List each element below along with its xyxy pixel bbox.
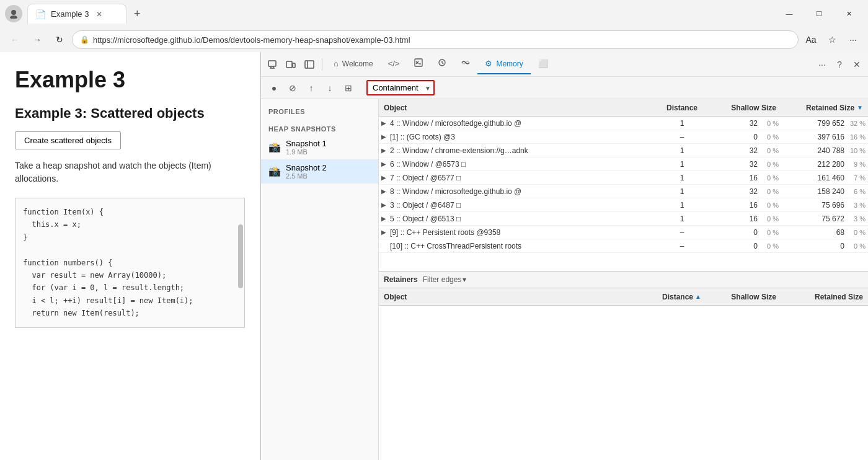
sidebar-toggle-button[interactable]	[301, 56, 318, 73]
table-row[interactable]: ▶ 6 :: Window / @6573 □ 1 32 0 % 212 280…	[379, 157, 868, 171]
row-expand-8[interactable]: ▶	[381, 229, 389, 236]
new-tab-button[interactable]: +	[129, 5, 146, 23]
table-row[interactable]: ▶ [1] :: (GC roots) @3 – 0 0 % 397 616 1…	[379, 130, 868, 144]
active-tab[interactable]: 📄 Example 3 ✕	[27, 4, 126, 24]
td-object-5: ▶ 8 :: Window / microsoftedge.github.io …	[379, 187, 657, 196]
forward-button[interactable]: →	[27, 30, 47, 50]
collect-garbage-button[interactable]: ⊞	[340, 80, 356, 96]
code-scrollbar[interactable]	[238, 224, 243, 289]
create-scattered-objects-button[interactable]: Create scattered objects	[15, 131, 121, 149]
row-expand-0[interactable]: ▶	[381, 120, 389, 126]
code-line-4	[23, 244, 237, 256]
code-line-5: function numbers() {	[23, 257, 237, 269]
snapshot-2-item[interactable]: 📸 Snapshot 2 2.5 MB	[261, 159, 378, 184]
th-distance[interactable]: Distance	[657, 104, 707, 112]
snapshot-2-label: Snapshot 2	[286, 163, 327, 172]
favorites-button[interactable]: ☆	[822, 30, 842, 50]
tab-browser[interactable]: ⬜	[531, 54, 556, 74]
th-retained-size[interactable]: Retained Size ▼	[781, 104, 868, 112]
close-devtools-button[interactable]: ✕	[848, 56, 866, 73]
row-expand-6[interactable]: ▶	[381, 201, 389, 208]
th-object[interactable]: Object	[379, 104, 657, 112]
table-row[interactable]: [10] :: C++ CrossThreadPersistent roots …	[379, 239, 868, 253]
obj-label-6: 3 :: Object / @6487 □	[390, 201, 461, 210]
row-expand-4[interactable]: ▶	[381, 174, 389, 181]
table-row[interactable]: ▶ 2 :: Window / chrome-extension://g…adn…	[379, 144, 868, 157]
tab-performance[interactable]	[430, 53, 454, 75]
save-button[interactable]: ↓	[322, 80, 338, 96]
table-row[interactable]: ▶ [9] :: C++ Persistent roots @9358 – 0 …	[379, 226, 868, 239]
row-expand-2[interactable]: ▶	[381, 147, 389, 154]
ret-th-object[interactable]: Object	[379, 293, 657, 301]
device-emulation-button[interactable]	[282, 56, 299, 73]
snapshot-1-item[interactable]: 📸 Snapshot 1 1.9 MB	[261, 135, 378, 159]
table-row[interactable]: ▶ 3 :: Object / @6487 □ 1 16 0 % 75 696 …	[379, 198, 868, 212]
maximize-button[interactable]: ☐	[805, 4, 833, 24]
navigation-bar: ← → ↻ 🔒 https://microsoftedge.github.io/…	[0, 27, 868, 52]
back-button[interactable]: ←	[5, 30, 25, 50]
help-button[interactable]: ?	[831, 56, 848, 73]
tab-welcome[interactable]: ⌂ Welcome	[326, 54, 381, 74]
svg-rect-8	[305, 61, 314, 68]
take-snapshot-button[interactable]: ●	[266, 80, 282, 96]
retained-num-7: 75 672	[822, 215, 844, 223]
table-row[interactable]: ▶ 4 :: Window / microsoftedge.github.io …	[379, 117, 868, 130]
page-title: Example 3	[15, 67, 245, 93]
snapshot-2-size: 2.5 MB	[286, 172, 327, 180]
retained-num-8: 68	[836, 228, 844, 237]
clear-profiles-button[interactable]: ⊘	[285, 80, 301, 96]
retained-pct-7: 3 %	[847, 215, 866, 223]
ret-th-distance[interactable]: Distance ▲	[657, 293, 707, 301]
table-row[interactable]: ▶ 7 :: Object / @6577 □ 1 16 0 % 161 460…	[379, 171, 868, 185]
more-button[interactable]: ···	[843, 30, 863, 50]
retained-pct-8: 0 %	[847, 229, 866, 236]
more-tabs-button[interactable]: ···	[813, 56, 831, 73]
inspect-element-button[interactable]	[264, 56, 281, 73]
sort-arrow-icon: ▼	[857, 104, 863, 111]
svg-point-0	[11, 10, 16, 15]
reload-button[interactable]: ↻	[50, 30, 69, 50]
shallow-num-2: 32	[750, 146, 758, 155]
load-button[interactable]: ↑	[303, 80, 319, 96]
view-selector[interactable]: Containment Summary Comparison Statistic…	[366, 80, 435, 95]
tab-memory[interactable]: ⚙ Memory	[477, 54, 530, 74]
shallow-pct-1: 0 %	[760, 133, 779, 141]
table-row[interactable]: ▶ 5 :: Object / @6513 □ 1 16 0 % 75 672 …	[379, 212, 868, 226]
tab-close-button[interactable]: ✕	[96, 10, 102, 19]
minimize-button[interactable]: —	[775, 4, 804, 24]
shallow-num-6: 16	[750, 201, 758, 210]
td-retained-1: 397 616 16 %	[781, 133, 868, 141]
ret-th-retained[interactable]: Retained Size	[781, 293, 868, 301]
nav-actions: Aa ☆ ···	[801, 30, 863, 50]
close-button[interactable]: ✕	[835, 4, 863, 24]
shallow-pct-8: 0 %	[760, 229, 779, 236]
row-expand-7[interactable]: ▶	[381, 215, 389, 222]
retained-num-5: 158 240	[818, 187, 844, 196]
tab-page-icon: 📄	[35, 9, 46, 19]
code-line-6: var result = new Array(10000);	[23, 269, 237, 281]
filter-edges-button[interactable]: Filter edges ▾	[423, 275, 467, 284]
td-object-1: ▶ [1] :: (GC roots) @3	[379, 133, 657, 141]
row-expand-5[interactable]: ▶	[381, 188, 389, 195]
profile-avatar[interactable]	[5, 5, 22, 22]
network-icon	[461, 58, 470, 69]
th-shallow-size[interactable]: Shallow Size	[707, 104, 781, 112]
tab-sources[interactable]: </>	[381, 54, 407, 74]
retained-size-label: Retained Size	[806, 104, 854, 112]
td-shallow-3: 32 0 %	[707, 160, 781, 169]
address-bar[interactable]: 🔒 https://microsoftedge.github.io/Demos/…	[72, 30, 799, 49]
table-header: Object Distance Shallow Size Retained Si…	[379, 99, 868, 117]
memory-toolbar: ● ⊘ ↑ ↓ ⊞ Containment Summary Comparison…	[261, 77, 868, 99]
shallow-num-3: 32	[750, 160, 758, 169]
row-expand-1[interactable]: ▶	[381, 133, 389, 140]
td-shallow-9: 0 0 %	[707, 242, 781, 250]
tab-network[interactable]	[454, 53, 477, 75]
reader-view-button[interactable]: Aa	[801, 30, 821, 50]
tab-console[interactable]	[407, 53, 430, 75]
ret-th-shallow[interactable]: Shallow Size	[707, 293, 781, 301]
table-row[interactable]: ▶ 8 :: Window / microsoftedge.github.io …	[379, 185, 868, 198]
snapshot-1-icon: 📸	[268, 141, 281, 153]
td-retained-4: 161 460 7 %	[781, 174, 868, 182]
sources-icon: </>	[388, 59, 400, 68]
row-expand-3[interactable]: ▶	[381, 161, 389, 167]
